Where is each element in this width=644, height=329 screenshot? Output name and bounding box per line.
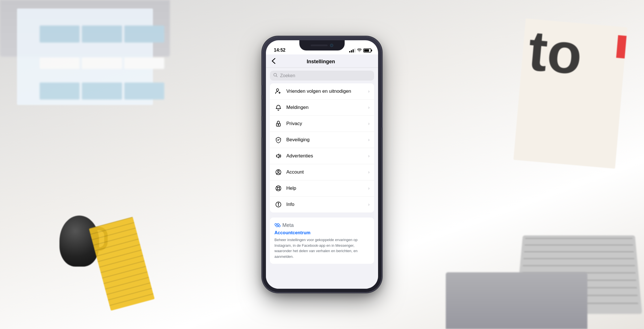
chevron-right-icon: › — [368, 137, 370, 142]
phone-body: 14:52 — [263, 37, 381, 292]
notifications-label: Meldingen — [286, 105, 368, 110]
search-placeholder-text: Zoeken — [280, 73, 295, 78]
chevron-right-icon: › — [368, 105, 370, 110]
chevron-right-icon: › — [368, 89, 370, 94]
svg-line-11 — [277, 187, 278, 188]
phone-mockup: 14:52 — [263, 37, 381, 292]
svg-line-10 — [277, 189, 278, 190]
svg-point-14 — [278, 203, 279, 204]
phone-volume-up-button — [261, 99, 263, 116]
chevron-right-icon: › — [368, 170, 370, 175]
search-icon — [273, 73, 278, 78]
svg-point-5 — [278, 170, 279, 172]
book-bg: to — [513, 18, 627, 168]
nav-title: Instellingen — [279, 59, 363, 65]
follow-friends-label: Vrienden volgen en uitnodigen — [286, 88, 368, 94]
phone-volume-down-button — [261, 121, 263, 138]
search-bar[interactable]: Zoeken — [270, 71, 374, 81]
app-content: Instellingen Zoeken — [266, 54, 378, 289]
menu-item-follow-friends[interactable]: Vrienden volgen en uitnodigen › — [270, 83, 374, 100]
search-container: Zoeken — [266, 68, 378, 83]
meta-text: Meta — [282, 222, 294, 228]
security-label: Beveiliging — [286, 137, 368, 143]
meta-section: Meta Accountcentrum Beheer instellingen … — [270, 218, 374, 264]
phone-notch — [299, 40, 345, 50]
screen-bg — [17, 9, 153, 105]
nav-bar: Instellingen — [266, 54, 378, 68]
menu-item-account[interactable]: Account › — [270, 164, 374, 180]
menu-item-notifications[interactable]: Meldingen › — [270, 100, 374, 116]
notch-speaker — [311, 45, 328, 46]
svg-point-1 — [276, 89, 279, 91]
account-icon — [274, 168, 282, 176]
menu-item-security[interactable]: Beveiliging › — [270, 132, 374, 148]
lock-icon — [274, 120, 282, 128]
megaphone-icon — [274, 152, 282, 160]
shield-icon — [274, 136, 282, 144]
help-circle-icon — [274, 184, 282, 192]
battery-icon — [363, 48, 371, 52]
phone-power-button — [381, 102, 383, 128]
back-button[interactable] — [272, 58, 276, 65]
laptop-bg — [446, 272, 587, 329]
menu-item-info[interactable]: Info › — [270, 197, 374, 212]
svg-line-9 — [279, 189, 280, 190]
add-person-icon — [274, 87, 282, 95]
meta-account-center-link[interactable]: Accountcentrum — [274, 230, 370, 235]
info-label: Info — [286, 202, 368, 207]
signal-bars-icon — [349, 48, 355, 52]
ruler-bg — [89, 217, 155, 311]
meta-logo: Meta — [274, 222, 370, 229]
bell-icon — [274, 104, 282, 111]
phone-screen: 14:52 — [266, 40, 378, 289]
phone-mute-button — [261, 85, 263, 95]
status-icons — [349, 48, 371, 53]
chevron-right-icon: › — [368, 121, 370, 126]
menu-item-help[interactable]: Help › — [270, 180, 374, 197]
info-circle-icon — [274, 201, 282, 208]
chevron-right-icon: › — [368, 202, 370, 207]
svg-point-3 — [278, 125, 279, 125]
meta-infinity-icon — [274, 222, 281, 229]
svg-line-8 — [279, 187, 280, 188]
privacy-label: Privacy — [286, 121, 368, 126]
menu-item-ads[interactable]: Advertenties › — [270, 148, 374, 164]
menu-item-privacy[interactable]: Privacy › — [270, 116, 374, 132]
account-label: Account — [286, 169, 368, 175]
wifi-icon — [357, 48, 362, 53]
help-label: Help — [286, 185, 368, 191]
chevron-right-icon: › — [368, 186, 370, 191]
ads-label: Advertenties — [286, 153, 368, 159]
chevron-right-icon: › — [368, 153, 370, 159]
menu-list: Vrienden volgen en uitnodigen › Meldinge… — [270, 83, 374, 212]
notch-camera — [330, 44, 333, 47]
meta-description: Beheer instellingen voor gekoppelde erva… — [274, 237, 370, 259]
